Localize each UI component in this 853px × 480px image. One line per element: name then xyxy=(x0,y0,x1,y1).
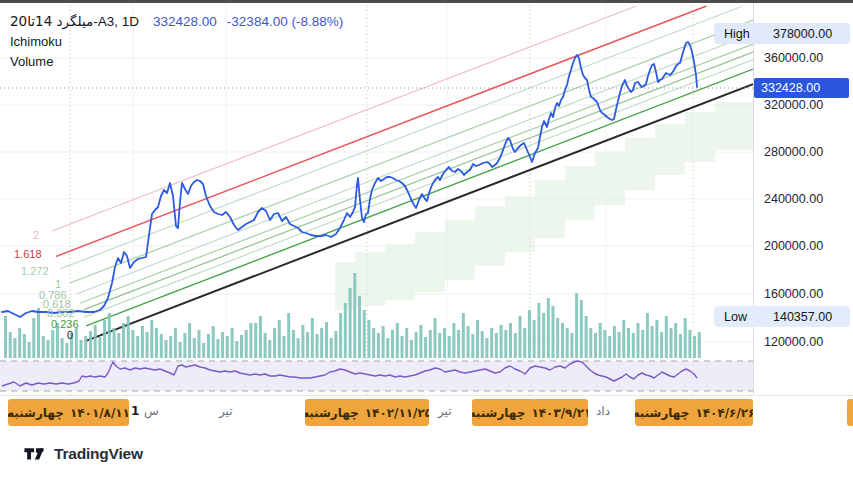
time-axis-label: تیر xyxy=(438,404,452,418)
event-date: ۱۴۰۴/۶/۲۶ xyxy=(695,406,753,420)
indicator-volume[interactable]: Volume xyxy=(10,54,343,69)
low-price-row: Low 140357.00 xyxy=(714,306,850,327)
indicator-ichimoku[interactable]: Ichimoku xyxy=(10,34,343,49)
low-label: Low xyxy=(714,310,762,324)
event-date-badge-partial[interactable] xyxy=(847,399,853,426)
tradingview-chart-window: 20تا14 میلگرد-A3, 1D 332428.00 -32384.00… xyxy=(0,0,853,480)
footer-brand-link[interactable]: TradingView xyxy=(24,445,143,463)
price-tick: 280000.00 xyxy=(764,144,823,160)
event-date-badge[interactable]: چهارشنبه۱۴۰۴/۶/۲۶ xyxy=(635,399,753,426)
symbol-range-word: تا xyxy=(27,13,35,29)
fib-level-label: 1.272 xyxy=(21,266,49,277)
high-price-row: High 378000.00 xyxy=(714,23,850,44)
price-tick: 120000.00 xyxy=(764,334,823,350)
low-value: 140357.00 xyxy=(773,310,832,324)
time-axis-label: س xyxy=(144,404,159,418)
event-date-badge[interactable]: چهارشنبه۱۴۰۱/۸/۱۱ xyxy=(8,399,129,426)
fib-level-label: 1.618 xyxy=(14,249,42,260)
brand-name: TradingView xyxy=(54,445,143,463)
symbol-title-row[interactable]: 20تا14 میلگرد-A3, 1D 332428.00 -32384.00… xyxy=(10,13,343,29)
time-scale[interactable]: چهارشنبه۱۴۰۱/۸/۱۱چهارشنبه۱۴۰۲/۱۱/۲۵چهارش… xyxy=(0,395,853,432)
high-label: High xyxy=(714,27,762,41)
fib-level-label: 0 xyxy=(67,330,73,341)
event-date: ۱۴۰۲/۱۱/۲۵ xyxy=(365,406,429,420)
time-axis-label: داد xyxy=(596,404,610,418)
time-axis-label: تیر xyxy=(219,404,233,418)
price-change-value: -32384.00 (-8.88%) xyxy=(227,14,343,29)
window-top-edge xyxy=(0,0,853,3)
symbol-name: میلگرد xyxy=(52,13,93,29)
price-tick: 160000.00 xyxy=(764,286,823,302)
last-price-badge: 332428.00 xyxy=(754,78,849,98)
last-price-value: 332428.00 xyxy=(153,14,217,29)
time-axis-label: 1 xyxy=(131,404,139,418)
tradingview-logo-icon xyxy=(24,446,46,462)
event-day: چهارشنبه xyxy=(8,406,64,420)
legend: 20تا14 میلگرد-A3, 1D 332428.00 -32384.00… xyxy=(10,13,343,69)
event-day: چهارشنبه xyxy=(472,406,525,420)
event-date-badge[interactable]: چهارشنبه۱۴۰۲/۱۱/۲۵ xyxy=(305,399,429,426)
symbol-range-end: 20 xyxy=(10,13,27,29)
price-tick: 320000.00 xyxy=(764,97,823,113)
event-date-badge[interactable]: چهارشنبه۱۴۰۳/۹/۲۱ xyxy=(472,399,588,426)
fib-level-label: 2 xyxy=(33,230,39,241)
high-value: 378000.00 xyxy=(773,27,832,41)
event-day: چهارشنبه xyxy=(635,406,689,420)
fib-level-label: 0.236 xyxy=(51,319,79,330)
event-date: ۱۴۰۱/۸/۱۱ xyxy=(70,406,129,420)
event-day: چهارشنبه xyxy=(305,406,359,420)
price-scale[interactable]: 360000.00320000.00280000.00240000.002000… xyxy=(753,3,853,432)
price-tick: 240000.00 xyxy=(764,191,823,207)
symbol-range-start: 14 xyxy=(35,13,52,29)
symbol-suffix-interval: -A3, 1D xyxy=(93,14,139,29)
price-tick: 200000.00 xyxy=(764,238,823,254)
price-tick: 360000.00 xyxy=(764,50,823,66)
event-date: ۱۴۰۳/۹/۲۱ xyxy=(531,406,588,420)
